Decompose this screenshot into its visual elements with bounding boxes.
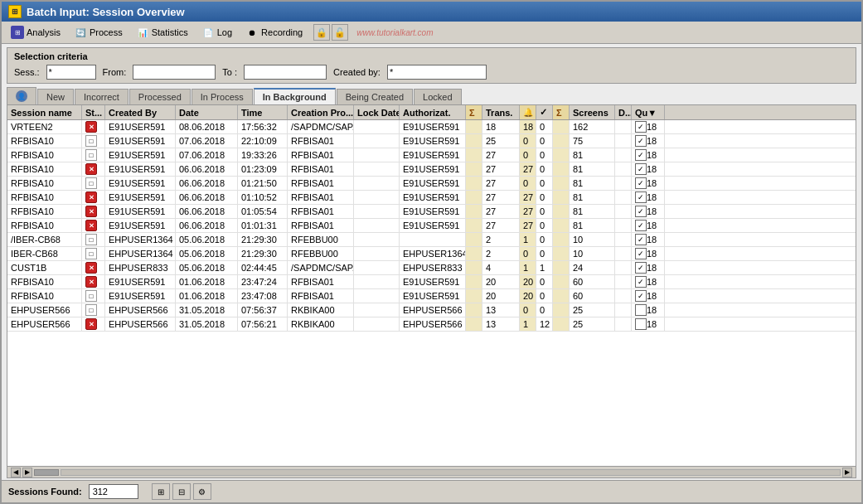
cell-sum1 [466, 191, 482, 204]
cell-trans: 13 [482, 303, 520, 317]
checkbox[interactable]: ✓ [635, 149, 647, 161]
menu-process[interactable]: 🔄 Process [68, 23, 128, 41]
sess-input[interactable] [46, 65, 96, 80]
cell-qu: ✓18 [632, 233, 665, 246]
horiz-scrollbar[interactable]: ◀ ▶ ▶ [7, 466, 856, 477]
col-header-d[interactable]: D... [615, 105, 632, 119]
col-header-screens[interactable]: Screens [570, 105, 615, 119]
checkbox[interactable] [635, 304, 647, 316]
cell-time: 01:10:52 [238, 191, 288, 204]
col-header-trans[interactable]: Trans. [482, 105, 520, 119]
cell-sum2: 27 [520, 219, 536, 232]
cell-qu: ✓18 [632, 120, 665, 133]
checkbox[interactable]: ✓ [635, 191, 647, 203]
scroll-left-btn[interactable]: ◀ [11, 468, 21, 477]
cell-date: 07.06.2018 [176, 134, 238, 148]
menu-statistics[interactable]: 📊 Statistics [130, 23, 194, 41]
cell-created: EHPUSER566 [105, 303, 176, 317]
col-header-authorizat[interactable]: Authorizat. [400, 105, 466, 119]
cell-check: 0 [536, 134, 553, 148]
checkbox[interactable]: ✓ [635, 276, 647, 288]
scroll-right-btn[interactable]: ▶ [22, 468, 32, 477]
checkbox[interactable]: ✓ [635, 220, 647, 231]
status-btn-3[interactable]: ⚙ [193, 483, 211, 500]
menu-analysis[interactable]: ⊞ Analysis [5, 23, 66, 41]
cell-authorizat: E91USER591 [400, 162, 466, 176]
tab-new[interactable]: New [37, 89, 74, 104]
col-header-time[interactable]: Time [238, 105, 288, 119]
tab-being-created[interactable]: Being Created [337, 89, 413, 104]
cell-sum1 [466, 289, 482, 303]
tab-processed[interactable]: Processed [129, 89, 191, 104]
checkbox[interactable]: ✓ [635, 121, 647, 133]
checkbox[interactable]: ✓ [635, 234, 647, 245]
status-icon-red: ✕ [85, 121, 97, 133]
col-header-date[interactable]: Date [176, 105, 238, 119]
cell-creation: RFBISA01 [288, 289, 354, 303]
cell-sum3 [553, 134, 570, 148]
to-input[interactable] [244, 65, 327, 80]
checkbox[interactable]: ✓ [635, 135, 647, 147]
col-header-created[interactable]: Created By [105, 105, 176, 119]
status-btn-2[interactable]: ⊟ [172, 483, 191, 500]
selection-title: Selection criteria [14, 51, 849, 61]
col-header-check[interactable]: ✓ [536, 105, 553, 119]
cell-sum2: 27 [520, 205, 536, 218]
window-title: Batch Input: Session Overview [27, 6, 185, 18]
cell-created: E91USER591 [105, 120, 176, 133]
cell-date: 06.06.2018 [176, 177, 238, 190]
tab-incorrect[interactable]: Incorrect [75, 89, 128, 104]
col-header-qu[interactable]: Qu▼ [632, 105, 665, 119]
scroll-thumb-horiz[interactable] [34, 469, 59, 476]
cell-session: /IBER-CB68 [7, 233, 82, 246]
cell-authorizat: E91USER591 [400, 134, 466, 148]
cell-sum1 [466, 205, 482, 218]
from-input[interactable] [133, 65, 216, 80]
cell-check: 0 [536, 275, 553, 288]
cell-created: E91USER591 [105, 148, 176, 162]
cell-authorizat: E91USER591 [400, 177, 466, 190]
cell-created: E91USER591 [105, 162, 176, 176]
tab-locked[interactable]: Locked [414, 89, 461, 104]
checkbox[interactable] [635, 318, 647, 330]
log-icon: 📄 [201, 26, 215, 39]
col-header-lockdate[interactable]: Lock Date [354, 105, 400, 119]
tab-in-process[interactable]: In Process [192, 89, 253, 104]
cell-sum2: 0 [520, 134, 536, 148]
toolbar-icon-1[interactable]: 🔒 [313, 24, 330, 41]
status-icon-group: ⊞ ⊟ ⚙ [152, 483, 211, 500]
col-header-status[interactable]: St... [82, 105, 105, 119]
sessions-count-input[interactable] [89, 484, 138, 499]
checkbox[interactable]: ✓ [635, 290, 647, 302]
cell-session: RFBISA10 [7, 219, 82, 232]
cell-lockdate [354, 205, 400, 218]
checkbox[interactable]: ✓ [635, 262, 647, 274]
table-row: RFBISA10 ✕ E91USER591 06.06.2018 01:23:0… [7, 162, 856, 177]
menu-log[interactable]: 📄 Log [196, 23, 238, 41]
col-header-sum2[interactable]: 🔔 [520, 105, 536, 119]
tab-in-background[interactable]: In Background [254, 88, 336, 104]
cell-time: 17:56:32 [238, 120, 288, 133]
created-by-input[interactable] [387, 65, 487, 80]
col-header-creation[interactable]: Creation Pro... [288, 105, 354, 119]
cell-sum1 [466, 219, 482, 232]
checkbox[interactable]: ✓ [635, 163, 647, 175]
col-header-session[interactable]: Session name [7, 105, 82, 119]
menu-recording[interactable]: ⏺ Recording [240, 23, 308, 41]
checkbox[interactable]: ✓ [635, 248, 647, 259]
col-header-sum3[interactable]: Σ [553, 105, 570, 119]
cell-d [615, 205, 632, 218]
toolbar-icons: 🔒 🔓 [313, 24, 348, 41]
status-btn-1[interactable]: ⊞ [152, 483, 170, 500]
scroll-right2-btn[interactable]: ▶ [842, 468, 852, 477]
cell-check: 0 [536, 247, 553, 260]
tab-all[interactable]: 👤 [7, 87, 36, 104]
col-header-sum1[interactable]: Σ [466, 105, 482, 119]
toolbar-icon-2[interactable]: 🔓 [332, 24, 348, 41]
cell-qu: ✓18 [632, 177, 665, 190]
cell-check: 0 [536, 177, 553, 190]
checkbox[interactable]: ✓ [635, 206, 647, 217]
process-icon: 🔄 [74, 26, 87, 39]
cell-sum3 [553, 148, 570, 162]
checkbox[interactable]: ✓ [635, 177, 647, 189]
